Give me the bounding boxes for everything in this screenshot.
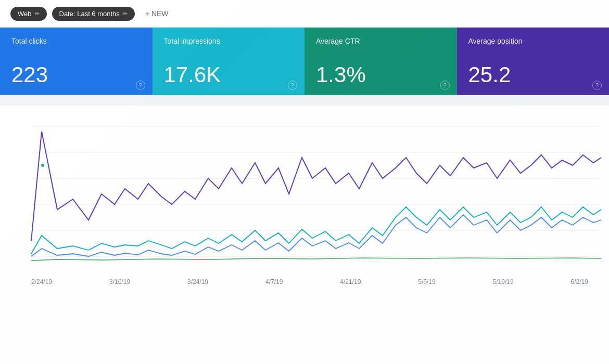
metric-card-clicks: Total clicks 223 ? — [0, 28, 153, 95]
chart-svg — [0, 116, 609, 272]
new-button[interactable]: + NEW — [140, 6, 174, 21]
new-button-label: + NEW — [145, 9, 169, 18]
metric-info-clicks[interactable]: ? — [136, 81, 145, 90]
metric-value-position: 25.2 — [468, 64, 598, 86]
chart-area: 2/24/19 3/10/19 3/24/19 4/7/19 4/21/19 5… — [0, 106, 609, 364]
x-label-7: 5/19/19 — [493, 278, 514, 285]
metric-label-position: Average position — [468, 37, 598, 45]
metric-label-ctr: Average CTR — [316, 37, 446, 45]
metric-info-impressions[interactable]: ? — [288, 81, 297, 90]
x-label-5: 4/21/19 — [340, 278, 361, 285]
metric-info-ctr[interactable]: ? — [440, 81, 450, 90]
chart-line-purple — [31, 132, 601, 241]
x-label-2: 3/10/19 — [109, 278, 130, 285]
filter-date-pill[interactable]: Date: Last 6 months ✏ — [52, 7, 135, 21]
metric-card-impressions: Total impressions 17.6K ? — [153, 28, 305, 95]
x-label-1: 2/24/19 — [31, 278, 52, 285]
metric-info-position[interactable]: ? — [592, 81, 602, 90]
chart-line-blue — [31, 215, 601, 256]
edit-date-icon: ✏ — [123, 10, 128, 17]
filter-web-label: Web — [18, 10, 32, 18]
top-bar: Web ✏ Date: Last 6 months ✏ + NEW — [0, 0, 609, 28]
x-label-3: 3/24/19 — [187, 278, 208, 285]
page-wrapper: Web ✏ Date: Last 6 months ✏ + NEW Total … — [0, 0, 609, 364]
separator — [0, 95, 609, 106]
metric-label-clicks: Total clicks — [11, 37, 141, 45]
chart-line-green — [31, 258, 601, 261]
metrics-row: Total clicks 223 ? Total impressions 17.… — [0, 28, 609, 95]
metric-label-impressions: Total impressions — [164, 37, 294, 45]
x-axis-labels: 2/24/19 3/10/19 3/24/19 4/7/19 4/21/19 5… — [0, 274, 609, 285]
metric-value-ctr: 1.3% — [316, 64, 446, 86]
spike-dot-teal — [41, 164, 44, 167]
metric-card-ctr: Average CTR 1.3% ? — [304, 28, 457, 95]
metric-card-position: Average position 25.2 ? — [457, 28, 610, 95]
metric-value-impressions: 17.6K — [164, 64, 294, 86]
x-label-8: 6/2/19 — [571, 278, 588, 285]
x-label-4: 4/7/19 — [265, 278, 283, 285]
filter-web-pill[interactable]: Web ✏ — [10, 7, 47, 21]
filter-date-label: Date: Last 6 months — [59, 10, 120, 18]
metric-value-clicks: 223 — [11, 64, 141, 86]
edit-icon: ✏ — [35, 10, 40, 17]
x-label-6: 5/5/19 — [418, 278, 435, 285]
